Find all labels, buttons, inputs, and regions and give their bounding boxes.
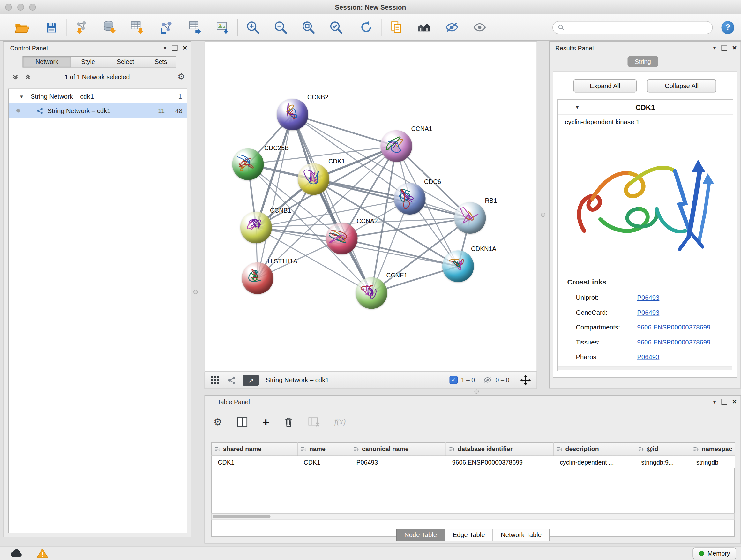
zoom-selected-button[interactable] xyxy=(325,16,347,38)
tab-network[interactable]: Network xyxy=(23,56,71,68)
column-header[interactable]: namespac xyxy=(690,442,735,455)
network-node-CDC25B[interactable] xyxy=(232,148,264,180)
tab-string[interactable]: String xyxy=(628,56,658,67)
import-network-file-button[interactable] xyxy=(71,16,92,38)
show-columns-icon[interactable] xyxy=(237,417,248,427)
sort-icon xyxy=(300,446,307,452)
tab-node-table[interactable]: Node Table xyxy=(396,529,445,541)
export-image-button[interactable] xyxy=(212,16,233,38)
panel-collapse-icon[interactable]: ▾ xyxy=(713,45,716,51)
tab-sets[interactable]: Sets xyxy=(145,56,176,68)
crosslink-pharos-link[interactable]: P06493 xyxy=(637,354,660,361)
table-panel-title: Table Panel xyxy=(217,398,250,406)
network-node-CDKN1A[interactable] xyxy=(442,251,474,282)
search-box[interactable] xyxy=(552,21,713,34)
sort-icon xyxy=(693,446,699,452)
tree-row-network[interactable]: String Network – cdk1 11 48 xyxy=(9,104,187,118)
apply-layout-button[interactable] xyxy=(355,16,377,38)
network-canvas[interactable]: CCNB2CCNA1CDC25BCDK1CDC6RB1CCNB1CCNA2CDK… xyxy=(205,41,537,372)
zoom-in-button[interactable] xyxy=(242,16,264,38)
pan-crosshair-icon[interactable] xyxy=(521,375,531,385)
home-view-button[interactable] xyxy=(413,16,435,38)
panel-float-icon[interactable] xyxy=(172,45,178,51)
node-table: shared name name canonical name database… xyxy=(211,442,736,469)
birdseye-toggle-button[interactable]: ↗ xyxy=(243,374,259,386)
show-all-button[interactable] xyxy=(469,16,491,38)
crosslink-tissues-link[interactable]: 9606.ENSP00000378699 xyxy=(637,339,711,346)
hide-selected-button[interactable] xyxy=(441,16,463,38)
clone-network-button[interactable] xyxy=(156,16,178,38)
column-header[interactable]: canonical name xyxy=(350,442,446,455)
add-column-icon[interactable]: + xyxy=(262,416,269,428)
panel-close-icon[interactable]: × xyxy=(183,44,187,52)
import-network-database-button[interactable] xyxy=(98,16,120,38)
export-table-button[interactable] xyxy=(184,16,206,38)
network-share-small-icon[interactable] xyxy=(227,376,236,384)
cell-database-identifier: 9606.ENSP00000378699 xyxy=(446,455,554,469)
network-node-CCNA2[interactable] xyxy=(326,223,358,254)
panel-collapse-icon[interactable]: ▾ xyxy=(163,45,166,51)
expand-all-button[interactable]: Expand All xyxy=(574,79,636,92)
protein-structure-thumbnail xyxy=(381,130,412,162)
warning-icon[interactable] xyxy=(37,548,49,559)
selected-checkbox-icon[interactable]: ✓ xyxy=(450,376,458,384)
tab-style[interactable]: Style xyxy=(71,56,105,68)
hidden-eye-slash-icon[interactable] xyxy=(483,376,492,384)
panel-close-icon[interactable]: × xyxy=(732,398,737,406)
help-button[interactable]: ? xyxy=(722,21,735,34)
grid-view-icon[interactable] xyxy=(211,375,220,385)
network-node-CCNB2[interactable] xyxy=(277,99,308,130)
scrollbar-thumb[interactable] xyxy=(213,515,271,518)
duplicate-document-button[interactable] xyxy=(386,16,408,38)
vertical-splitter-handle[interactable] xyxy=(541,212,545,217)
network-node-HIST1H1A[interactable] xyxy=(242,262,273,294)
protein-structure-image xyxy=(568,139,724,271)
table-row[interactable]: CDK1 CDK1 P06493 9606.ENSP00000378699 cy… xyxy=(211,455,735,469)
crosslink-compartments-link[interactable]: 9606.ENSP00000378699 xyxy=(637,324,711,331)
column-header[interactable]: database identifier xyxy=(446,442,554,455)
zoom-fit-button[interactable] xyxy=(297,16,320,38)
network-node-RB1[interactable] xyxy=(455,202,486,234)
panel-collapse-icon[interactable]: ▾ xyxy=(713,399,716,405)
collapse-all-button[interactable]: Collapse All xyxy=(647,79,716,92)
import-table-button[interactable] xyxy=(126,16,148,38)
network-collection-label: String Network – cdk1 xyxy=(30,92,94,100)
save-session-button[interactable] xyxy=(40,16,62,38)
network-node-CDK1[interactable] xyxy=(298,164,329,195)
panel-close-icon[interactable]: × xyxy=(732,44,737,52)
table-settings-gear-icon[interactable]: ⚙ xyxy=(213,416,222,428)
panel-float-icon[interactable] xyxy=(721,45,727,51)
column-header[interactable]: name xyxy=(297,442,350,455)
protein-card-header[interactable]: ▼ CDK1 xyxy=(558,100,733,115)
crosslink-genecard-link[interactable]: P06493 xyxy=(637,309,660,316)
network-node-CCNE1[interactable] xyxy=(356,277,387,309)
vertical-splitter-handle[interactable] xyxy=(193,290,198,294)
zoom-out-button[interactable] xyxy=(270,16,292,38)
application-window: Session: New Session xyxy=(0,0,741,560)
column-header[interactable]: description xyxy=(554,442,635,455)
panel-float-icon[interactable] xyxy=(721,399,727,405)
network-share-icon xyxy=(160,20,174,35)
network-node-CCNA1[interactable] xyxy=(381,130,412,162)
delete-column-trash-icon[interactable] xyxy=(284,417,293,427)
column-header[interactable]: shared name xyxy=(211,442,297,455)
gear-icon[interactable]: ⚙ xyxy=(178,71,185,82)
cloud-icon[interactable] xyxy=(10,549,24,558)
network-node-CDC6[interactable] xyxy=(394,183,426,214)
open-session-button[interactable] xyxy=(10,16,32,38)
crosslink-uniprot-link[interactable]: P06493 xyxy=(637,294,660,301)
tab-select[interactable]: Select xyxy=(105,56,146,68)
table-horizontal-scrollbar[interactable] xyxy=(211,513,735,520)
card-expand-icon[interactable]: ▼ xyxy=(575,104,580,110)
node-label-CCNA2: CCNA2 xyxy=(357,217,378,225)
horizontal-scrollbar[interactable] xyxy=(558,367,732,370)
tab-edge-table[interactable]: Edge Table xyxy=(445,529,493,541)
search-input[interactable] xyxy=(567,23,708,32)
memory-button[interactable]: Memory xyxy=(693,547,736,559)
tree-row-collection[interactable]: ▼ String Network – cdk1 1 xyxy=(9,89,187,104)
tab-network-table[interactable]: Network Table xyxy=(493,529,550,541)
horizontal-splitter-handle[interactable] xyxy=(475,389,479,394)
column-header[interactable]: @id xyxy=(635,442,690,455)
network-node-CCNB1[interactable] xyxy=(240,212,272,243)
tree-expand-icon[interactable]: ▼ xyxy=(19,94,24,99)
